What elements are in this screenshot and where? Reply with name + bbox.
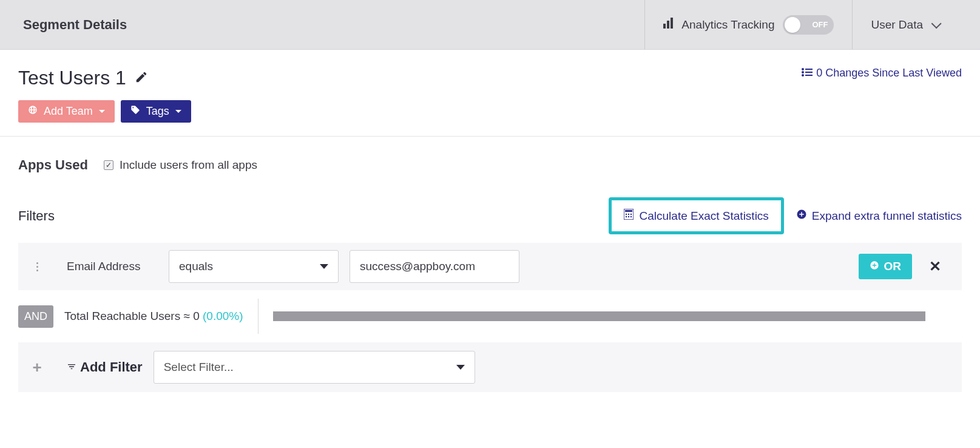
svg-rect-2: [671, 18, 673, 29]
add-team-label: Add Team: [44, 105, 93, 118]
tags-button[interactable]: Tags: [121, 100, 191, 123]
checkbox-icon: ✓: [104, 160, 113, 170]
top-bar: Segment Details Analytics Tracking OFF U…: [0, 0, 980, 50]
calculator-icon: [624, 209, 634, 223]
analytics-toggle[interactable]: OFF: [783, 15, 834, 35]
vertical-separator: [258, 299, 259, 334]
analytics-tracking-label: Analytics Tracking: [663, 18, 774, 32]
add-filter-row: + Add Filter Select Filter...: [18, 342, 962, 392]
title-left: Test Users 1: [18, 67, 148, 89]
funnel-icon: [67, 359, 76, 375]
remove-filter-button[interactable]: ✕: [923, 258, 947, 275]
include-all-apps-checkbox[interactable]: ✓ Include users from all apps: [104, 158, 257, 172]
reachable-users-text: Total Reachable Users ≈ 0 (0.00%): [64, 310, 243, 323]
svg-rect-8: [805, 75, 813, 76]
svg-point-7: [802, 74, 804, 76]
filters-label: Filters: [18, 208, 55, 224]
filter-field-label: Email Address: [67, 260, 158, 273]
select-filter-dropdown[interactable]: Select Filter...: [154, 351, 475, 384]
list-icon: [802, 67, 813, 80]
reachable-users-pct: (0.00%): [203, 310, 243, 322]
changes-since-viewed-link[interactable]: 0 Changes Since Last Viewed: [802, 67, 962, 80]
add-team-button[interactable]: Add Team: [18, 100, 115, 123]
drag-handle[interactable]: [18, 250, 56, 283]
filters-header: Filters Calculate Exact Statistics Expan…: [0, 197, 980, 243]
svg-point-5: [802, 71, 804, 73]
edit-name-icon[interactable]: [135, 70, 148, 86]
plus-circle-icon: [870, 260, 879, 273]
action-button-row: Add Team Tags: [0, 100, 980, 136]
filter-operator-select[interactable]: equals: [169, 250, 339, 283]
chevron-down-icon: [931, 18, 942, 29]
svg-point-13: [630, 214, 631, 215]
title-section: Test Users 1 0 Changes Since Last Viewed: [0, 50, 980, 100]
apps-used-label: Apps Used: [18, 157, 88, 173]
svg-rect-4: [805, 69, 813, 70]
or-button[interactable]: OR: [859, 254, 913, 279]
caret-down-icon: [175, 110, 181, 113]
svg-point-16: [630, 216, 631, 217]
segment-title-row: Test Users 1: [18, 67, 148, 89]
expand-funnel-statistics-link[interactable]: Expand extra funnel statistics: [796, 209, 962, 223]
svg-point-15: [627, 216, 629, 217]
svg-point-12: [627, 214, 629, 215]
filter-value-input[interactable]: [350, 250, 519, 283]
tags-label: Tags: [146, 105, 169, 118]
filter-value-field[interactable]: [360, 260, 509, 273]
svg-point-3: [802, 68, 804, 70]
svg-rect-10: [625, 210, 632, 212]
user-data-label: User Data: [871, 18, 923, 32]
calculate-exact-statistics-button[interactable]: Calculate Exact Statistics: [609, 197, 784, 234]
svg-rect-0: [663, 24, 666, 29]
filter-row: Email Address equals OR ✕: [18, 243, 962, 290]
svg-point-11: [625, 214, 626, 215]
toggle-state-label: OFF: [812, 20, 828, 29]
svg-point-14: [625, 216, 626, 217]
top-bar-right: Analytics Tracking OFF User Data: [644, 0, 957, 49]
toggle-knob: [785, 17, 800, 33]
stats-row: AND Total Reachable Users ≈ 0 (0.00%): [18, 299, 962, 334]
caret-down-icon: [320, 264, 328, 269]
globe-icon: [28, 105, 38, 118]
plus-circle-icon: [796, 209, 807, 223]
include-all-apps-label: Include users from all apps: [120, 158, 257, 172]
filter-operator-value: equals: [179, 260, 213, 273]
segment-name: Test Users 1: [18, 67, 126, 89]
bar-chart-icon: [663, 18, 675, 32]
svg-rect-6: [805, 72, 813, 73]
page-title: Segment Details: [23, 17, 127, 33]
user-data-menu[interactable]: User Data: [852, 0, 957, 49]
and-badge: AND: [18, 305, 53, 328]
analytics-tracking: Analytics Tracking OFF: [644, 0, 852, 49]
caret-down-icon: [99, 110, 105, 113]
caret-down-icon: [456, 365, 465, 370]
apps-used-section: Apps Used ✓ Include users from all apps: [0, 137, 980, 197]
tag-icon: [130, 105, 140, 118]
select-filter-placeholder: Select Filter...: [164, 361, 234, 374]
svg-rect-1: [667, 21, 669, 29]
reachable-users-bar: [273, 311, 925, 321]
plus-icon: +: [18, 351, 56, 384]
or-label: OR: [884, 260, 902, 273]
add-filter-label: Add Filter: [67, 359, 143, 375]
